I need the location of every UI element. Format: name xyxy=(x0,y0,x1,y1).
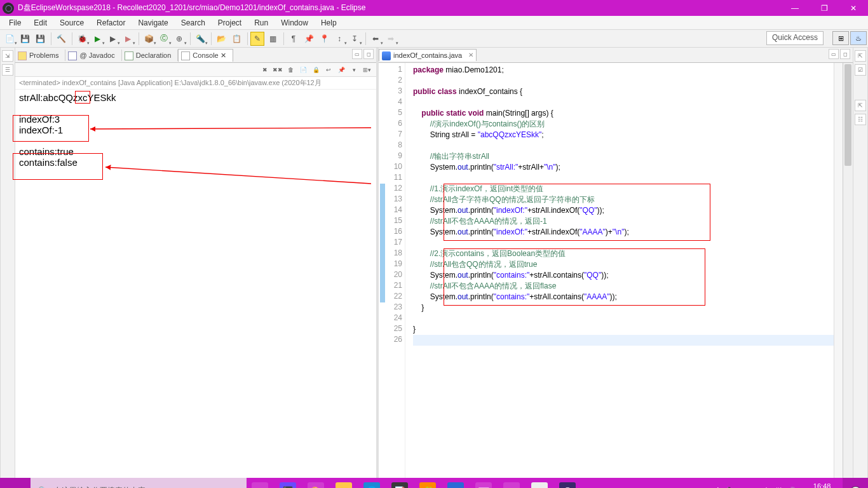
restore-icon[interactable]: ⇲ xyxy=(2,50,13,62)
tab-console[interactable]: Console ✕ xyxy=(178,49,233,62)
menu-window[interactable]: Window xyxy=(275,17,315,29)
save-all-button[interactable]: 💾 xyxy=(33,32,47,46)
pin-button[interactable]: 📌 xyxy=(302,32,316,46)
app-eclipse-icon[interactable]: ◯ xyxy=(559,482,576,488)
system-tray[interactable]: ˄ 🐧 ☁ 🖧 中 拼 🔊 xyxy=(716,486,801,489)
console-toolbar: ✖ ✖✖ 🗑 📄 🔒 ↩ 📌 ▾ ⊞▾ xyxy=(15,63,376,77)
eclipse-icon: ◯ xyxy=(3,3,14,14)
taskbar-search[interactable]: 🔍 在这里输入你要搜索的内容 xyxy=(31,478,247,488)
restore-right2-icon[interactable]: ⇱ xyxy=(855,100,866,111)
app-notes-icon[interactable]: 📝 xyxy=(391,482,408,488)
close-button[interactable]: ✕ xyxy=(839,0,868,16)
forward-button[interactable]: ➡ xyxy=(384,32,398,46)
debug-button[interactable]: 🐞 xyxy=(75,32,89,46)
tray-ime-kb[interactable]: 拼 xyxy=(775,486,782,489)
toggle-block-button[interactable]: ▦ xyxy=(266,32,280,46)
app-icon-1[interactable]: ⬛ xyxy=(280,482,296,488)
menu-project[interactable]: Project xyxy=(212,17,248,29)
menu-refactor[interactable]: Refactor xyxy=(90,17,132,29)
run-button[interactable]: ▶ xyxy=(90,32,104,46)
app-paint-icon[interactable]: 🎨 xyxy=(308,482,324,488)
tab-declaration[interactable]: Declaration xyxy=(122,50,179,61)
open-type-button[interactable]: 📂 xyxy=(214,32,228,46)
scroll-lock-icon[interactable]: 🔒 xyxy=(310,64,322,76)
close-tab-icon[interactable]: ✕ xyxy=(468,51,473,58)
tray-ime-lang[interactable]: 中 xyxy=(763,486,770,489)
menu-edit[interactable]: Edit xyxy=(27,17,53,29)
remove-all-icon[interactable]: 🗑 xyxy=(285,64,296,76)
app-text-icon[interactable]: T xyxy=(531,482,548,488)
view-maximize-button[interactable]: ◻ xyxy=(363,49,374,59)
java-file-icon xyxy=(382,51,391,60)
editor-minimize-button[interactable]: ▭ xyxy=(829,49,839,59)
app-edge-icon[interactable]: 🌐 xyxy=(363,482,380,488)
code-editor[interactable]: 1234567891011121314151617181920212223242… xyxy=(379,63,853,478)
remove-launch-icon[interactable]: ✖✖ xyxy=(272,64,283,76)
right-trim-stack: ⇱ ☑ ⇱ ☷ xyxy=(853,48,868,478)
menu-source[interactable]: Source xyxy=(53,17,90,29)
coverage-button[interactable]: ▶ xyxy=(121,32,135,46)
open-console-icon[interactable]: ⊞▾ xyxy=(361,64,372,76)
console-output[interactable]: strAll:abcQQzxcYESkk indexOf:3 indexOf:-… xyxy=(15,90,376,445)
bottom-view-tabs: Problems @ Javadoc Declaration Console ✕… xyxy=(15,48,376,63)
editor-maximize-button[interactable]: ◻ xyxy=(840,49,850,59)
new-type-button[interactable]: ⊕ xyxy=(172,32,186,46)
app-sogou-icon[interactable]: ⌨ xyxy=(475,482,492,488)
maximize-button[interactable]: ❐ xyxy=(810,0,839,16)
annotation-nav-button[interactable]: ↕ xyxy=(332,32,346,46)
new-button[interactable]: 📄 xyxy=(3,32,17,46)
search-button[interactable]: 🔦 xyxy=(193,32,207,46)
menu-search[interactable]: Search xyxy=(175,17,212,29)
editor-tab-indexof-contains[interactable]: indexOf_contains.java ✕ xyxy=(379,49,477,61)
svg-line-1 xyxy=(105,167,371,184)
new-package-button[interactable]: 📦 xyxy=(142,32,156,46)
task-list-icon[interactable]: ☑ xyxy=(855,64,866,76)
menu-bar: File Edit Source Refactor Navigate Searc… xyxy=(0,16,868,30)
start-button[interactable]: ⊞ xyxy=(0,478,31,488)
menu-file[interactable]: File xyxy=(3,17,27,29)
task-view-icon[interactable]: ▤ xyxy=(252,482,268,488)
menu-help[interactable]: Help xyxy=(315,17,343,29)
open-perspective-button[interactable]: ⊞ xyxy=(832,31,849,45)
display-select-icon[interactable]: ▾ xyxy=(348,64,360,76)
window-titlebar: ◯ D盘EclipseWorkspase2018 - Recollect2020… xyxy=(0,0,868,16)
open-task-button[interactable]: 📋 xyxy=(229,32,243,46)
menu-run[interactable]: Run xyxy=(248,17,275,29)
console-process-label: <terminated> indexOf_contains [Java Appl… xyxy=(15,77,376,90)
quick-access-input[interactable]: Quick Access xyxy=(766,31,824,45)
new-class-button[interactable]: Ⓒ xyxy=(157,32,171,46)
run-last-button[interactable]: ▶ xyxy=(105,32,119,46)
minimize-button[interactable]: — xyxy=(780,0,810,16)
save-button[interactable]: 💾 xyxy=(18,32,32,46)
back-button[interactable]: ⬅ xyxy=(369,32,383,46)
view-minimize-button[interactable]: ▭ xyxy=(352,49,362,59)
build-button[interactable]: 🔨 xyxy=(54,32,68,46)
clear-console-icon[interactable]: 📄 xyxy=(297,64,309,76)
action-center-button[interactable]: 💬7 xyxy=(843,478,868,488)
java-perspective-button[interactable]: ♨ xyxy=(850,31,867,45)
pin2-button[interactable]: 📍 xyxy=(317,32,331,46)
app-browser2-icon[interactable]: 🪐 xyxy=(503,482,520,488)
line-number-gutter[interactable]: 1234567891011121314151617181920212223242… xyxy=(388,63,405,478)
tab-problems[interactable]: Problems xyxy=(15,50,65,61)
app-explorer-icon[interactable]: 📁 xyxy=(336,482,352,488)
app-mail-icon[interactable]: ✉ xyxy=(447,482,464,488)
window-title: D盘EclipseWorkspase2018 - Recollect2020_1… xyxy=(17,3,780,13)
tab-javadoc[interactable]: @ Javadoc xyxy=(65,50,121,61)
word-wrap-icon[interactable]: ↩ xyxy=(323,64,334,76)
editor-scrollbar[interactable] xyxy=(843,63,853,478)
toggle-mark-button[interactable]: ✎ xyxy=(250,32,264,46)
menu-navigate[interactable]: Navigate xyxy=(132,17,174,29)
taskbar-clock[interactable]: 16:48 2020/12/1 xyxy=(801,482,843,488)
app-wps-icon[interactable]: 🧩 xyxy=(419,482,436,488)
package-explorer-icon[interactable]: ☰ xyxy=(2,64,13,76)
next-annotation-button[interactable]: ↧ xyxy=(348,32,362,46)
editor-tabs: indexOf_contains.java ✕ ▭ ◻ xyxy=(379,48,853,63)
pin-console-icon[interactable]: 📌 xyxy=(336,64,347,76)
restore-right-icon[interactable]: ⇱ xyxy=(855,50,866,62)
taskbar-search-placeholder: 在这里输入你要搜索的内容 xyxy=(54,485,146,489)
terminate-relaunch-icon[interactable]: ✖ xyxy=(259,64,271,76)
main-toolbar: 📄 💾 💾 🔨 🐞 ▶ ▶ ▶ 📦 Ⓒ ⊕ 🔦 📂 📋 ✎ ▦ ¶ 📌 📍 ↕ … xyxy=(0,30,868,48)
show-whitespace-button[interactable]: ¶ xyxy=(287,32,301,46)
outline-icon[interactable]: ☷ xyxy=(855,114,866,125)
